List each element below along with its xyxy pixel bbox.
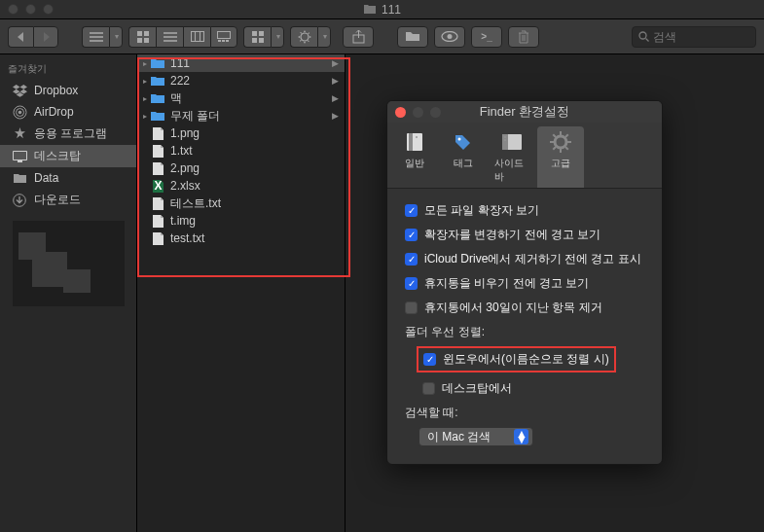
file-name: 1.txt (170, 144, 193, 158)
desktop-icon (12, 149, 27, 164)
prefs-tab-sidebar[interactable]: 사이드바 (489, 126, 535, 188)
file-row[interactable]: ▸ 222 ▶ (137, 72, 345, 89)
gear-icon (547, 130, 574, 154)
search-scope-select[interactable]: 이 Mac 검색 ▲▼ (418, 427, 533, 446)
forward-button[interactable] (33, 26, 58, 48)
svg-text:X: X (154, 180, 162, 193)
tab-label: 고급 (551, 157, 570, 170)
sidebar-icon (498, 130, 526, 154)
prefs-tab-advanced[interactable]: 고급 (537, 126, 584, 188)
search-input[interactable] (653, 30, 741, 44)
sidebar-item-data[interactable]: Data (0, 167, 136, 189)
svg-rect-41 (567, 141, 571, 143)
file-row[interactable]: X 2.xlsx (137, 177, 345, 195)
column-view-button[interactable] (183, 26, 210, 48)
desktop-preview (13, 221, 125, 306)
folder-icon (363, 4, 377, 15)
share-button[interactable] (343, 26, 374, 48)
tags-icon (450, 130, 477, 154)
file-row[interactable]: 2.png (137, 160, 345, 177)
general-icon (401, 130, 428, 154)
folder-icon (151, 91, 164, 105)
svg-rect-30 (409, 133, 413, 151)
check-warn-change-ext[interactable]: ✓ 확장자를 변경하기 전에 경고 보기 (405, 227, 644, 243)
file-row[interactable]: ▸ 무제 폴더 ▶ (137, 107, 345, 124)
column-1: ▸ 111 ▶ ▸ 222 ▶ ▸ 맥 ▶ ▸ 무제 폴더 ▶ (137, 54, 346, 532)
sidebar-item-applications[interactable]: 응용 프로그램 (0, 123, 136, 145)
window-traffic-lights[interactable] (8, 4, 54, 15)
check-label: iCloud Drive에서 제거하기 전에 경고 표시 (424, 251, 641, 267)
file-row[interactable]: ▸ 맥 ▶ (137, 89, 345, 107)
nav-group (8, 26, 58, 48)
svg-rect-8 (218, 40, 221, 42)
file-row[interactable]: t.img (137, 212, 345, 230)
gallery-view-button[interactable] (210, 26, 237, 48)
check-warn-trash[interactable]: ✓ 휴지통을 비우기 전에 경고 보기 (405, 275, 644, 292)
prefs-tab-tags[interactable]: 태그 (440, 126, 487, 188)
list-controls: ▾ (82, 26, 123, 48)
check-sort-desktop[interactable]: 데스크탑에서 (405, 380, 644, 397)
back-button[interactable] (8, 26, 33, 48)
trash-button[interactable] (508, 26, 539, 48)
file-row[interactable]: ▸ 111 ▶ (137, 54, 345, 72)
svg-rect-4 (191, 32, 203, 42)
svg-rect-26 (18, 160, 22, 162)
file-icon (151, 231, 164, 245)
file-name: 1.png (170, 126, 200, 140)
action-button[interactable] (290, 26, 317, 48)
checkbox-icon: ✓ (405, 253, 418, 266)
prefs-traffic-lights[interactable] (395, 107, 441, 118)
svg-point-19 (639, 32, 646, 39)
maximize-button[interactable] (430, 107, 441, 118)
sort-dropdown[interactable]: ▾ (109, 26, 123, 48)
svg-rect-10 (226, 40, 229, 42)
check-warn-icloud[interactable]: ✓ iCloud Drive에서 제거하기 전에 경고 표시 (405, 251, 644, 267)
svg-point-23 (18, 110, 21, 114)
file-row[interactable]: 테스트.txt (137, 195, 345, 212)
svg-rect-25 (14, 152, 26, 160)
file-row[interactable]: 1.png (137, 124, 345, 142)
svg-rect-11 (252, 31, 257, 36)
sort-button[interactable] (82, 26, 109, 48)
disclosure-icon: ▸ (143, 77, 147, 86)
check-sort-window[interactable]: ✓ 윈도우에서(이름순으로 정렬 시) (423, 351, 609, 368)
check-label: 확장자를 변경하기 전에 경고 보기 (424, 227, 600, 243)
sidebar-item-label: AirDrop (34, 105, 74, 119)
check-auto-trash[interactable]: 휴지통에서 30일이 지난 항목 제거 (405, 300, 644, 316)
sidebar-item-airdrop[interactable]: AirDrop (0, 101, 136, 123)
file-name: 222 (170, 74, 190, 88)
list-view-button[interactable] (156, 26, 183, 48)
prefs-tab-general[interactable]: 일반 (391, 126, 438, 188)
minimize-button[interactable] (413, 107, 423, 118)
quick-look-button[interactable] (434, 26, 465, 48)
terminal-button[interactable]: >_ (471, 26, 502, 48)
file-row[interactable]: 1.txt (137, 142, 345, 160)
check-label: 윈도우에서(이름순으로 정렬 시) (443, 351, 609, 368)
svg-rect-7 (218, 32, 231, 39)
search-field[interactable] (632, 26, 756, 48)
action-dropdown[interactable]: ▾ (317, 26, 331, 48)
svg-rect-34 (502, 134, 508, 150)
group-button[interactable] (243, 26, 271, 48)
action-controls: ▾ (290, 26, 331, 48)
prefs-title: Finder 환경설정 (480, 103, 569, 121)
sidebar-item-dropbox[interactable]: Dropbox (0, 80, 136, 101)
tags-button[interactable] (397, 26, 428, 48)
sidebar-item-downloads[interactable]: 다운로드 (0, 189, 136, 211)
file-name: 무제 폴더 (170, 108, 220, 124)
sidebar-item-desktop[interactable]: 데스크탑 (0, 145, 136, 167)
icon-view-button[interactable] (128, 26, 156, 48)
file-name: 2.png (170, 161, 200, 175)
svg-rect-0 (137, 31, 142, 36)
close-button[interactable] (395, 107, 406, 118)
check-label: 휴지통에서 30일이 지난 항목 제거 (424, 300, 602, 316)
chevron-right-icon: ▶ (332, 93, 339, 103)
file-row[interactable]: test.txt (137, 230, 345, 247)
svg-rect-40 (550, 141, 554, 143)
check-show-extensions[interactable]: ✓ 모든 파일 확장자 보기 (405, 202, 644, 219)
check-label: 모든 파일 확장자 보기 (424, 202, 539, 219)
check-label: 데스크탑에서 (442, 380, 512, 397)
file-icon (151, 144, 164, 158)
check-label: 휴지통을 비우기 전에 경고 보기 (424, 275, 589, 292)
group-dropdown[interactable]: ▾ (271, 26, 284, 48)
